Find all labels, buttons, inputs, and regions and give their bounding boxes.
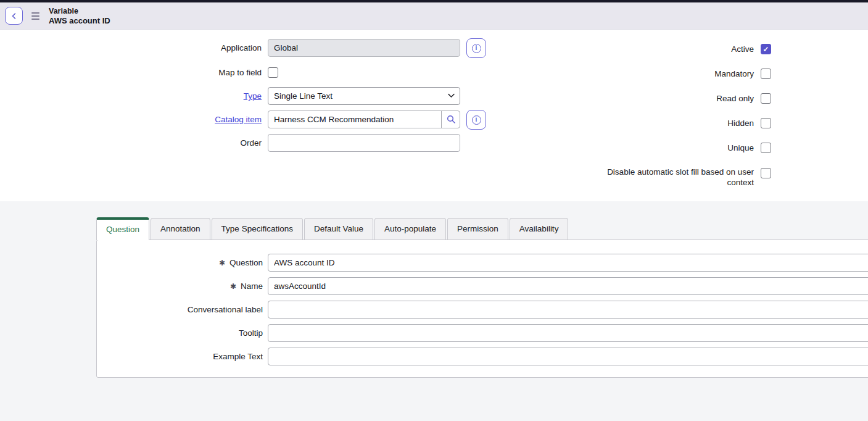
disable-slot-fill-label: Disable automatic slot fill based on use…: [600, 167, 754, 188]
search-icon: [447, 115, 456, 124]
info-icon: i: [472, 115, 481, 125]
tooltip-input[interactable]: [268, 324, 868, 342]
type-select[interactable]: Single Line Text: [268, 87, 460, 105]
question-tab-panel: Question Name Conversational label Toolt…: [96, 240, 868, 378]
type-select-wrap: Single Line Text: [268, 87, 460, 105]
conversational-label-label: Conversational label: [97, 301, 263, 319]
record-title: Variable AWS account ID: [49, 6, 110, 26]
back-button[interactable]: [5, 7, 23, 25]
active-checkbox[interactable]: [761, 44, 771, 54]
tab-type-specifications[interactable]: Type Specifications: [212, 218, 303, 240]
tab-default-value[interactable]: Default Value: [304, 218, 373, 240]
application-label: Application: [0, 39, 262, 57]
catalog-item-input[interactable]: [268, 110, 460, 128]
mandatory-icon: [219, 259, 225, 267]
active-label: Active: [524, 44, 754, 54]
tabbed-section: Question Annotation Type Specifications …: [0, 201, 868, 421]
example-text-input[interactable]: [268, 348, 868, 365]
question-input[interactable]: [268, 254, 868, 272]
name-input[interactable]: [268, 277, 868, 295]
read-only-label: Read only: [524, 93, 754, 104]
catalog-item-lookup-button[interactable]: [441, 110, 460, 128]
catalog-item-label-link[interactable]: Catalog item: [0, 110, 262, 128]
tab-annotation[interactable]: Annotation: [151, 218, 210, 240]
info-icon: i: [472, 44, 481, 53]
form-header: Variable AWS account ID: [0, 2, 868, 30]
name-label: Name: [97, 277, 263, 296]
example-text-label: Example Text: [97, 348, 263, 365]
chevron-left-icon: [10, 12, 18, 20]
record-type-label: Variable: [49, 6, 110, 16]
order-input[interactable]: [268, 134, 460, 152]
mandatory-checkbox[interactable]: [761, 69, 771, 79]
disable-slot-fill-checkbox[interactable]: [761, 168, 771, 178]
variable-form: Application i Map to field Type Single L…: [0, 30, 868, 201]
record-name-label: AWS account ID: [49, 16, 110, 26]
question-label: Question: [97, 254, 263, 272]
application-info-button[interactable]: i: [466, 38, 486, 58]
tab-auto-populate[interactable]: Auto-populate: [374, 218, 446, 240]
hidden-label: Hidden: [524, 118, 754, 128]
order-label: Order: [0, 134, 262, 152]
unique-checkbox[interactable]: [761, 143, 771, 153]
tab-question[interactable]: Question: [96, 217, 149, 240]
map-to-field-label: Map to field: [0, 67, 262, 78]
tab-bar: Question Annotation Type Specifications …: [96, 217, 569, 240]
application-input[interactable]: [268, 39, 460, 57]
tab-permission[interactable]: Permission: [447, 218, 508, 240]
conversational-label-input[interactable]: [268, 301, 868, 319]
map-to-field-checkbox[interactable]: [268, 67, 278, 78]
unique-label: Unique: [524, 143, 754, 153]
tab-availability[interactable]: Availability: [510, 218, 569, 240]
mandatory-icon: [230, 282, 236, 291]
catalog-item-info-button[interactable]: i: [466, 110, 486, 130]
read-only-checkbox[interactable]: [761, 93, 771, 104]
mandatory-label: Mandatory: [524, 69, 754, 79]
context-menu-icon[interactable]: [31, 12, 39, 20]
hidden-checkbox[interactable]: [761, 118, 771, 128]
type-label-link[interactable]: Type: [0, 87, 262, 105]
tooltip-label: Tooltip: [97, 324, 263, 342]
